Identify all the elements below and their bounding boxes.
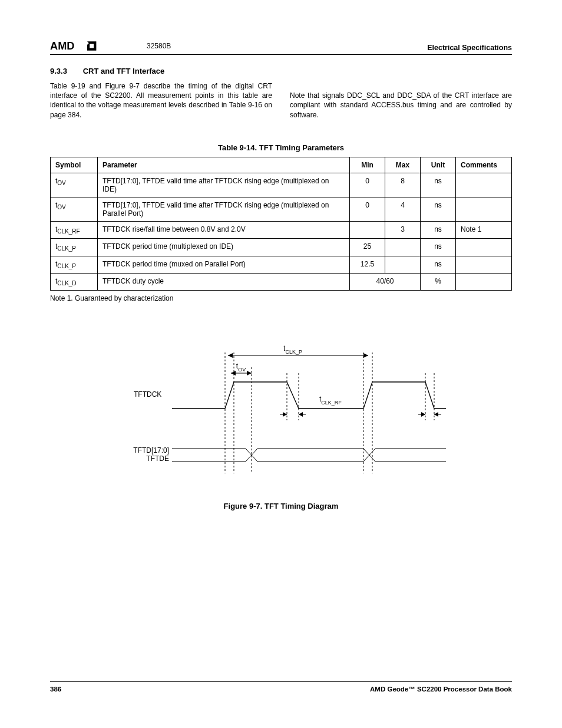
cell-symbol: tCLK_P — [51, 239, 98, 256]
tftdck-waveform: TFTDCK — [134, 353, 446, 473]
cell-max — [385, 256, 421, 273]
table-row: tCLK_RFTFTDCK rise/fall time between 0.8… — [51, 221, 512, 238]
dim-tclkp: tCLK_P — [228, 344, 368, 358]
col-max: Max — [385, 157, 421, 173]
col-comments: Comments — [456, 157, 512, 173]
cell-parameter: TFTD[17:0], TFTDE valid time after TFTDC… — [98, 173, 350, 197]
cell-parameter: TFTD[17:0], TFTDE valid time after TFTDC… — [98, 197, 350, 221]
label-tftde: TFTDE — [146, 454, 169, 463]
cell-symbol: tCLK_D — [51, 273, 98, 290]
cell-max — [385, 239, 421, 256]
svg-text:tOV: tOV — [236, 362, 246, 373]
svg-marker-22 — [299, 412, 303, 417]
amd-logo-icon: AMD — [50, 40, 100, 52]
timing-table: Symbol Parameter Min Max Unit Comments t… — [50, 157, 512, 291]
svg-marker-24 — [421, 412, 425, 417]
section-body: Table 9-19 and Figure 9-7 describe the t… — [50, 81, 512, 120]
figure-caption: Figure 9-7. TFT Timing Diagram — [50, 502, 512, 510]
table-header-row: Symbol Parameter Min Max Unit Comments — [51, 157, 512, 173]
section-number: 9.3.3 — [50, 67, 81, 75]
cell-parameter: TFTDCK rise/fall time between 0.8V and 2… — [98, 221, 350, 238]
cell-comments — [456, 197, 512, 221]
cell-symbol: tOV — [51, 197, 98, 221]
page-footer: 386 AMD Geode™ SC2200 Processor Data Boo… — [50, 681, 512, 693]
cell-min — [350, 221, 385, 238]
cell-symbol: tCLK_RF — [51, 221, 98, 238]
footer-title: AMD Geode™ SC2200 Processor Data Book — [370, 686, 512, 693]
table-caption: Table 9-14. TFT Timing Parameters — [50, 143, 512, 152]
cell-comments — [456, 173, 512, 197]
page-number: 386 — [50, 686, 61, 693]
timing-diagram: TFTDCK tCLK_P — [116, 338, 446, 491]
cell-unit: ns — [421, 256, 456, 273]
tftd-waveform: TFTD[17:0] TFTDE — [133, 446, 446, 463]
label-tftdck: TFTDCK — [134, 390, 161, 398]
svg-marker-20 — [283, 412, 287, 417]
cell-min: 0 — [350, 173, 385, 197]
col-parameter: Parameter — [98, 157, 350, 173]
cell-max: 4 — [385, 197, 421, 221]
cell-parameter: TFTDCK period time (muxed on Parallel Po… — [98, 256, 350, 273]
cell-symbol: tOV — [51, 173, 98, 197]
table-row: tCLK_PTFTDCK period time (multiplexed on… — [51, 239, 512, 256]
section-title: CRT and TFT Interface — [83, 67, 165, 75]
cell-max: 8 — [385, 173, 421, 197]
page-header: AMD 32580B Electrical Specifications — [50, 40, 512, 55]
svg-marker-11 — [228, 353, 233, 358]
cell-min: 25 — [350, 239, 385, 256]
cell-min-max: 40/60 — [350, 273, 421, 290]
cell-unit: ns — [421, 239, 456, 256]
cell-symbol: tCLK_P — [51, 256, 98, 273]
table-row: tOVTFTD[17:0], TFTDE valid time after TF… — [51, 173, 512, 197]
section-heading: 9.3.3 CRT and TFT Interface — [50, 67, 512, 75]
svg-text:AMD: AMD — [50, 40, 74, 52]
header-left: AMD 32580B — [50, 40, 171, 52]
body-para-left: Table 9-19 and Figure 9-7 describe the t… — [50, 82, 272, 119]
label-tftd: TFTD[17:0] — [133, 446, 169, 454]
svg-text:tCLK_P: tCLK_P — [283, 344, 302, 355]
table-note: Note 1. Guaranteed by characterization — [50, 294, 512, 302]
cell-comments — [456, 239, 512, 256]
svg-marker-16 — [247, 371, 252, 375]
table-row: tCLK_PTFTDCK period time (muxed on Paral… — [51, 256, 512, 273]
dim-tclkrf: tCLK_RF — [280, 395, 441, 417]
svg-marker-15 — [231, 371, 236, 375]
figure-area: TFTDCK tCLK_P — [50, 338, 512, 491]
svg-text:tCLK_RF: tCLK_RF — [319, 395, 342, 406]
cell-comments: Note 1 — [456, 221, 512, 238]
body-para-right: Note that signals DDC_SCL and DDC_SDA of… — [290, 91, 512, 118]
table-row: tOVTFTD[17:0], TFTDE valid time after TF… — [51, 197, 512, 221]
cell-min: 12.5 — [350, 256, 385, 273]
cell-comments — [456, 256, 512, 273]
cell-parameter: TFTDCK period time (multiplexed on IDE) — [98, 239, 350, 256]
col-unit: Unit — [421, 157, 456, 173]
cell-max: 3 — [385, 221, 421, 238]
cell-unit: ns — [421, 197, 456, 221]
doc-code: 32580B — [147, 42, 171, 50]
header-category: Electrical Specifications — [427, 44, 512, 52]
col-symbol: Symbol — [51, 157, 98, 173]
svg-marker-12 — [363, 353, 368, 358]
cell-unit: % — [421, 273, 456, 290]
svg-marker-26 — [434, 412, 438, 417]
table-row: tCLK_DTFTDCK duty cycle40/60% — [51, 273, 512, 290]
cell-unit: ns — [421, 221, 456, 238]
cell-parameter: TFTDCK duty cycle — [98, 273, 350, 290]
cell-min: 0 — [350, 197, 385, 221]
cell-comments — [456, 273, 512, 290]
cell-unit: ns — [421, 173, 456, 197]
col-min: Min — [350, 157, 385, 173]
